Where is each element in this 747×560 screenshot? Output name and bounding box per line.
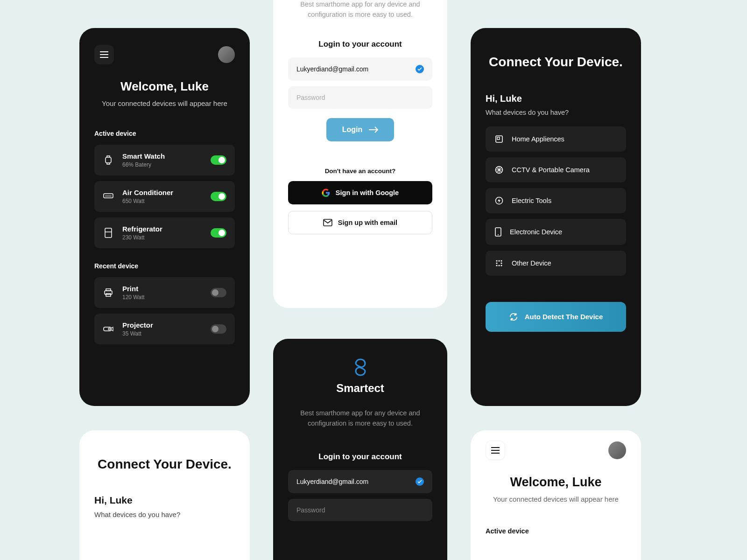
device-info: Projector 35 Watt: [122, 321, 211, 337]
password-field[interactable]: Password: [288, 86, 432, 109]
device-info: Refrigerator 230 Watt: [122, 225, 211, 241]
device-info: Air Conditioner 650 Watt: [122, 189, 211, 204]
connect-light-screen: Connect Your Device. Hi, Luke What devic…: [79, 430, 250, 560]
category-label: Electric Tools: [512, 197, 551, 204]
connect-question: What devices do you have?: [94, 511, 235, 518]
welcome-title: Welcome, Luke: [94, 79, 235, 94]
brand-name: Smartect: [288, 382, 432, 395]
svg-point-21: [498, 265, 500, 266]
refresh-icon: [509, 312, 518, 322]
hamburger-icon: [100, 51, 108, 58]
welcome-subtitle: Your connected devices will appear here: [94, 98, 235, 108]
ac-icon: [103, 191, 114, 202]
device-info: Smart Watch 66% Batery: [122, 152, 211, 168]
active-device-label: Active device: [94, 130, 235, 137]
menu-button[interactable]: [94, 45, 114, 64]
email-signup-button[interactable]: Sign up with email: [288, 211, 432, 234]
hamburger-icon: [491, 447, 500, 454]
email-button-label: Sign up with email: [338, 219, 397, 226]
brand-logo: [351, 357, 370, 376]
device-row-ac[interactable]: Air Conditioner 650 Watt: [94, 181, 235, 212]
brand-tagline: Best smarthome app for any device and co…: [288, 408, 432, 429]
category-home-appliances[interactable]: Home Appliences: [486, 126, 626, 152]
grid-icon: [495, 259, 503, 267]
auto-detect-button[interactable]: Auto Detect The Device: [486, 302, 626, 332]
brand-tagline: Best smarthome app for any device and co…: [288, 0, 432, 20]
connect-title: Connect Your Device.: [94, 455, 235, 473]
device-toggle[interactable]: [211, 155, 226, 165]
login-title: Login to your account: [288, 40, 432, 49]
device-info: Print 120 Watt: [122, 285, 211, 301]
active-device-label: Active device: [486, 527, 626, 535]
password-placeholder: Password: [296, 94, 325, 101]
password-placeholder: Password: [296, 506, 325, 514]
topbar: [94, 45, 235, 64]
fridge-icon: [103, 227, 114, 238]
svg-rect-0: [106, 157, 111, 163]
projector-icon: [103, 323, 114, 335]
device-toggle[interactable]: [211, 324, 226, 334]
avatar[interactable]: [218, 46, 235, 63]
category-cctv[interactable]: CCTV & Portable Camera: [486, 157, 626, 182]
device-sub: 230 Watt: [122, 234, 211, 241]
connect-question: What devices do you have?: [486, 109, 626, 116]
device-row-fridge[interactable]: Refrigerator 230 Watt: [94, 217, 235, 248]
connect-dark-screen: Connect Your Device. Hi, Luke What devic…: [471, 28, 641, 406]
check-icon: [416, 65, 424, 73]
svg-point-20: [496, 265, 497, 266]
device-toggle[interactable]: [211, 228, 226, 238]
svg-point-16: [498, 260, 500, 261]
password-field[interactable]: Password: [288, 499, 432, 521]
svg-rect-9: [496, 136, 502, 142]
recent-device-label: Recent device: [94, 262, 235, 270]
appliance-icon: [495, 135, 503, 143]
category-label: Other Device: [512, 259, 551, 267]
welcome-subtitle: Your connected devices will appear here: [486, 494, 626, 504]
email-field[interactable]: Lukyerdiand@gmail.com: [288, 57, 432, 81]
connect-hi: Hi, Luke: [94, 495, 235, 506]
device-name: Air Conditioner: [122, 189, 211, 196]
login-button-label: Login: [342, 126, 363, 134]
svg-rect-5: [106, 294, 111, 296]
login-dark-screen: Smartect Best smarthome app for any devi…: [273, 339, 447, 560]
device-name: Smart Watch: [122, 152, 211, 160]
category-electronic-device[interactable]: Electronic Device: [486, 219, 626, 245]
svg-rect-4: [106, 289, 111, 291]
device-row-projector[interactable]: Projector 35 Watt: [94, 314, 235, 344]
device-row-smartwatch[interactable]: Smart Watch 66% Batery: [94, 145, 235, 175]
category-electric-tools[interactable]: Electric Tools: [486, 188, 626, 213]
connect-title: Connect Your Device.: [486, 53, 626, 71]
device-sub: 650 Watt: [122, 198, 211, 204]
device-row-print[interactable]: Print 120 Watt: [94, 277, 235, 308]
device-toggle[interactable]: [211, 288, 226, 297]
device-name: Print: [122, 285, 211, 293]
google-signin-button[interactable]: Sign in with Google: [288, 181, 432, 204]
menu-button[interactable]: [486, 441, 505, 460]
svg-rect-2: [105, 228, 112, 238]
welcome-light-screen: Welcome, Luke Your connected devices wil…: [471, 430, 641, 560]
svg-point-15: [496, 260, 497, 261]
email-field[interactable]: Lukyerdiand@gmail.com: [288, 470, 432, 493]
email-value: Lukyerdiand@gmail.com: [296, 65, 368, 73]
device-name: Projector: [122, 321, 211, 329]
svg-point-7: [108, 328, 110, 330]
watch-icon: [103, 154, 114, 166]
svg-point-14: [498, 234, 499, 235]
device-sub: 35 Watt: [122, 330, 211, 337]
category-label: Electronic Device: [510, 228, 562, 236]
connect-hi: Hi, Luke: [486, 93, 626, 104]
mail-icon: [323, 219, 332, 226]
login-light-screen: Best smarthome app for any device and co…: [273, 0, 447, 308]
avatar[interactable]: [608, 441, 626, 459]
device-name: Refrigerator: [122, 225, 211, 233]
printer-icon: [103, 287, 114, 298]
category-other[interactable]: Other Device: [486, 251, 626, 276]
arrow-right-icon: [369, 126, 378, 133]
category-label: Home Appliences: [512, 135, 564, 143]
login-button[interactable]: Login: [326, 118, 395, 141]
device-toggle[interactable]: [211, 192, 226, 201]
topbar: [486, 441, 626, 460]
phone-icon: [495, 227, 501, 237]
svg-point-22: [500, 265, 502, 266]
category-label: CCTV & Portable Camera: [512, 166, 590, 174]
